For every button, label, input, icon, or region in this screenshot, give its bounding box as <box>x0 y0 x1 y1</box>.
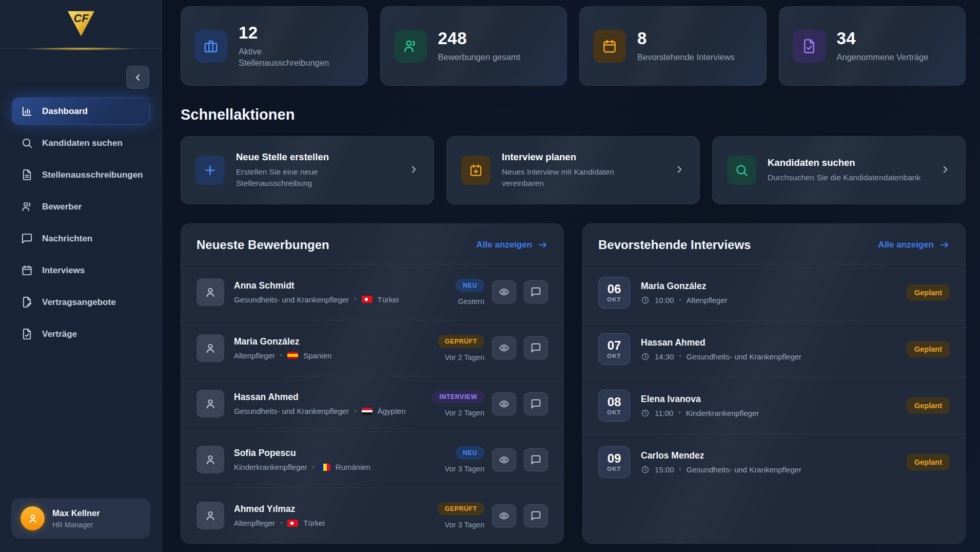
interview-meta: 14:30• Gesundheits- und Krankenpfleger <box>641 352 801 361</box>
stat-label: Angenommene Verträge <box>837 52 929 63</box>
interview-row[interactable]: 09 OKT Carlos Mendez 15:00• Gesundheits-… <box>583 433 965 490</box>
panel-title: Bevorstehende Interviews <box>598 238 751 252</box>
action-subtitle: Durchsuchen Sie die Kandidatendatenbank <box>768 172 920 183</box>
cf-triangle-logo-icon: CF <box>63 7 99 41</box>
interview-day: 07 <box>607 339 621 352</box>
message-candidate-button[interactable] <box>524 392 548 415</box>
application-time: Gestern <box>458 297 484 306</box>
action-create-job[interactable]: Neue Stelle erstellen Erstellen Sie eine… <box>181 136 434 204</box>
candidate-country: Türkei <box>303 519 325 527</box>
stat-card-total-applications: 248 Bewerbungen gesamt <box>380 6 567 86</box>
sidebar-item-nachrichten[interactable]: Nachrichten <box>12 225 149 252</box>
interview-day: 09 <box>607 452 621 465</box>
chevron-right-icon <box>674 164 685 177</box>
candidate-country: Ägypten <box>378 407 406 415</box>
application-time: Vor 2 Tagen <box>445 353 484 361</box>
application-row[interactable]: Maria González Altenpfleger• Spanien GEP… <box>181 320 563 376</box>
sidebar-collapse-button[interactable] <box>126 66 149 89</box>
message-candidate-button[interactable] <box>524 504 548 527</box>
sidebar-item-vertraege[interactable]: Verträge <box>12 321 149 347</box>
interview-row[interactable]: 08 OKT Elena Ivanova 11:00• Kinderkranke… <box>583 377 965 433</box>
interview-time: 15:00 <box>655 465 674 474</box>
interview-date: 06 OKT <box>598 277 630 309</box>
candidate-meta: Gesundheits- und Krankenpfleger• Türkei <box>234 295 399 304</box>
interviews-list: 06 OKT Maria González 10:00• Altenpflege… <box>583 264 965 543</box>
candidate-name: Sofia Popescu <box>234 448 370 459</box>
eye-icon <box>499 398 509 409</box>
application-time: Vor 3 Tagen <box>445 465 484 473</box>
interview-row[interactable]: 07 OKT Hassan Ahmed 14:30• Gesundheits- … <box>583 320 965 377</box>
chevron-right-icon <box>939 164 951 177</box>
interview-candidate-name: Carlos Mendez <box>641 450 801 461</box>
users-icon <box>394 30 427 63</box>
message-candidate-button[interactable] <box>524 336 548 359</box>
stat-value: 8 <box>637 29 735 48</box>
user-icon <box>204 509 217 522</box>
eye-icon <box>499 454 509 465</box>
message-candidate-button[interactable] <box>524 448 548 471</box>
sidebar-item-kandidaten-suchen[interactable]: Kandidaten suchen <box>12 130 149 156</box>
sidebar-item-interviews[interactable]: Interviews <box>12 257 149 283</box>
candidate-name: Anna Schmidt <box>234 280 399 291</box>
message-icon <box>531 510 541 521</box>
clock-icon <box>641 409 650 417</box>
interview-day: 06 <box>607 282 621 295</box>
arrow-right-icon <box>939 240 950 250</box>
interview-row[interactable]: 06 OKT Maria González 10:00• Altenpflege… <box>583 264 965 320</box>
message-candidate-button[interactable] <box>524 280 548 303</box>
user-icon <box>204 453 217 466</box>
view-all-applications-link[interactable]: Alle anzeigen <box>476 240 548 250</box>
eye-icon <box>499 342 509 353</box>
candidate-role: Gesundheits- und Krankenpfleger <box>234 407 349 415</box>
candidate-avatar <box>197 446 224 473</box>
view-all-interviews-link[interactable]: Alle anzeigen <box>878 240 950 250</box>
country-flag <box>287 352 298 359</box>
sidebar-item-bewerber[interactable]: Bewerber <box>12 194 149 220</box>
candidate-country: Rumänien <box>336 463 370 471</box>
file-check-icon <box>793 30 826 63</box>
sidebar-item-dashboard[interactable]: Dashboard <box>12 98 149 124</box>
applications-list: Anna Schmidt Gesundheits- und Krankenpfl… <box>181 264 563 543</box>
user-role: HR Manager <box>52 521 100 529</box>
interview-meta: 10:00• Altenpfleger <box>641 296 728 304</box>
view-application-button[interactable] <box>492 336 516 359</box>
sidebar-item-label: Nachrichten <box>42 234 92 244</box>
interview-month: OKT <box>607 296 621 302</box>
candidate-meta: Altenpfleger• Türkei <box>234 519 325 527</box>
application-row[interactable]: Ahmed Yılmaz Altenpfleger• Türkei GEPRÜF… <box>181 487 563 543</box>
sidebar-nav: Dashboard Kandidaten suchen Stellenaussc… <box>0 98 162 347</box>
action-search-candidates[interactable]: Kandidaten suchen Durchsuchen Sie die Ka… <box>712 136 966 204</box>
status-badge: GEPRÜFT <box>438 502 484 516</box>
panel-title: Neueste Bewerbungen <box>197 238 329 252</box>
action-plan-interview[interactable]: Interview planen Neues Interview mit Kan… <box>446 136 700 204</box>
interview-status-badge: Geplant <box>907 397 950 414</box>
user-profile-card[interactable]: Max Kellner HR Manager <box>11 498 150 539</box>
application-row[interactable]: Anna Schmidt Gesundheits- und Krankenpfl… <box>181 264 563 320</box>
sidebar-item-vertragsangebote[interactable]: Vertragsangebote <box>12 289 149 315</box>
candidate-country: Türkei <box>378 295 399 304</box>
view-application-button[interactable] <box>492 448 516 471</box>
view-application-button[interactable] <box>492 504 516 527</box>
user-icon <box>204 397 217 410</box>
quick-actions-title: Schnellaktionen <box>181 106 966 123</box>
stats-row: 12 Aktive Stellenausschreibungen 248 Bew… <box>181 6 966 86</box>
user-icon <box>204 341 217 355</box>
interview-time: 11:00 <box>655 409 673 417</box>
stat-value: 248 <box>438 29 521 48</box>
interview-role: Gesundheits- und Krankenpfleger <box>687 465 801 474</box>
application-row[interactable]: Hassan Ahmed Gesundheits- und Krankenpfl… <box>181 376 563 432</box>
candidate-role: Kinderkrankenpfleger <box>234 463 307 471</box>
action-title: Kandidaten suchen <box>768 157 920 168</box>
eye-icon <box>499 287 509 297</box>
view-application-button[interactable] <box>492 392 516 415</box>
candidate-role: Altenpfleger <box>234 519 275 527</box>
candidate-role: Altenpfleger <box>234 351 275 360</box>
search-icon <box>727 156 756 185</box>
interview-status-badge: Geplant <box>907 341 950 357</box>
view-application-button[interactable] <box>492 280 516 303</box>
eye-icon <box>499 510 509 521</box>
sidebar-item-stellenausschreibungen[interactable]: Stellenausschreibungen <box>12 162 149 188</box>
file-check-icon <box>21 328 33 340</box>
interview-meta: 11:00• Kinderkrankenpfleger <box>641 409 759 417</box>
application-row[interactable]: Sofia Popescu Kinderkrankenpfleger• Rumä… <box>181 431 563 487</box>
